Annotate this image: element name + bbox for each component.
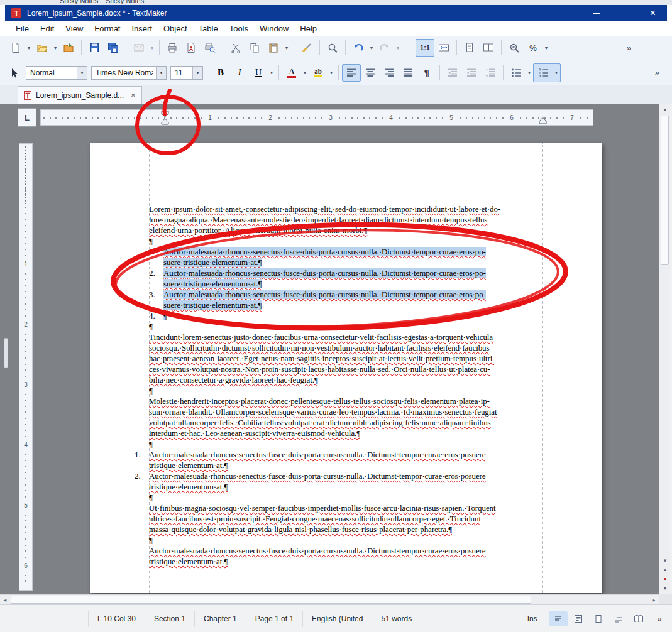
previous-page-button[interactable]: ▲ bbox=[659, 565, 671, 574]
align-left-button[interactable] bbox=[342, 64, 361, 82]
status-chapter[interactable]: Chapter 1 bbox=[194, 611, 246, 627]
horizontal-scroll-thumb[interactable] bbox=[11, 596, 531, 604]
font-color-dropdown[interactable]: ▾ bbox=[301, 64, 309, 82]
menu-view[interactable]: View bbox=[60, 23, 89, 35]
formatting-marks-button[interactable]: ¶ bbox=[417, 64, 436, 82]
indent-increase-button[interactable] bbox=[462, 64, 481, 82]
zoom-in-button[interactable] bbox=[505, 39, 524, 57]
print-preview-button[interactable] bbox=[201, 39, 219, 57]
document-tab[interactable]: Lorem_ipsum_Sample.d... × bbox=[18, 86, 142, 104]
maximize-button[interactable] bbox=[610, 5, 639, 21]
zoom-percent-button[interactable]: % bbox=[524, 39, 543, 57]
numbered-list-dropdown[interactable]: ▾ bbox=[553, 64, 560, 82]
status-page[interactable]: Page 1 of 1 bbox=[246, 611, 302, 627]
scroll-right-button[interactable]: ▸ bbox=[649, 595, 659, 605]
send-email-dropdown[interactable]: ▾ bbox=[148, 39, 156, 57]
open-button[interactable] bbox=[33, 39, 52, 57]
combo-dropdown-icon[interactable]: ▾ bbox=[77, 67, 87, 79]
export-pdf-button[interactable] bbox=[182, 39, 201, 57]
menu-insert[interactable]: Insert bbox=[126, 23, 158, 35]
two-pages-button[interactable] bbox=[479, 39, 498, 57]
view-book-button[interactable] bbox=[629, 611, 648, 626]
search-button[interactable] bbox=[323, 39, 342, 57]
sidebar-splitter[interactable] bbox=[4, 338, 8, 368]
status-overflow-button[interactable]: » bbox=[658, 614, 662, 623]
save-all-button[interactable] bbox=[104, 39, 123, 57]
paste-dropdown[interactable]: ▾ bbox=[283, 39, 290, 57]
new-document-dropdown[interactable]: ▾ bbox=[25, 39, 33, 57]
open-dropdown[interactable]: ▾ bbox=[52, 39, 59, 57]
vertical-scroll-thumb[interactable] bbox=[661, 116, 669, 265]
send-email-button[interactable] bbox=[129, 39, 148, 57]
status-section[interactable]: Section 1 bbox=[145, 611, 194, 627]
scroll-down-button[interactable]: ▾ bbox=[659, 555, 671, 565]
zoom-dropdown[interactable]: ▾ bbox=[543, 39, 550, 57]
browse-select-button[interactable]: ● bbox=[659, 574, 671, 584]
scroll-left-button[interactable]: ◂ bbox=[0, 595, 10, 605]
indent-decrease-button[interactable] bbox=[443, 64, 462, 82]
file-manager-button[interactable] bbox=[59, 39, 78, 57]
paragraph-style-combo[interactable]: Normal▾ bbox=[26, 66, 87, 80]
new-document-button[interactable] bbox=[6, 39, 25, 57]
highlight-dropdown[interactable]: ▾ bbox=[328, 64, 335, 82]
paste-button[interactable] bbox=[264, 39, 283, 57]
status-language[interactable]: English (United bbox=[302, 611, 372, 627]
align-center-button[interactable] bbox=[361, 64, 380, 82]
document-page[interactable]: Lorem·ipsum·dolor·sit·amet,·consectetur·… bbox=[90, 143, 602, 593]
combo-dropdown-icon[interactable]: ▾ bbox=[156, 67, 166, 79]
one-page-button[interactable] bbox=[460, 39, 479, 57]
indent-markers[interactable] bbox=[161, 111, 169, 125]
redo-dropdown[interactable]: ▾ bbox=[394, 39, 402, 57]
toolbar-overflow-button[interactable]: » bbox=[627, 43, 631, 53]
italic-button[interactable]: I bbox=[230, 64, 249, 82]
status-insert-mode[interactable]: Ins bbox=[517, 611, 548, 627]
view-master-button[interactable] bbox=[569, 611, 588, 626]
close-button[interactable]: × bbox=[639, 5, 667, 21]
bullets-button[interactable] bbox=[507, 64, 526, 82]
formatting-overflow-button[interactable]: » bbox=[655, 68, 659, 77]
status-word-count[interactable]: 51 words bbox=[372, 611, 421, 627]
tab-close-button[interactable]: × bbox=[131, 90, 136, 100]
tab-type-selector[interactable]: L bbox=[18, 108, 36, 127]
undo-dropdown[interactable]: ▾ bbox=[368, 39, 375, 57]
minimize-button[interactable] bbox=[582, 5, 610, 21]
horizontal-scrollbar[interactable]: ◂ ▸ bbox=[0, 594, 659, 604]
next-page-button[interactable]: ▼ bbox=[659, 584, 671, 593]
font-color-button[interactable]: A bbox=[282, 64, 301, 82]
menu-file[interactable]: File bbox=[10, 23, 35, 35]
menu-tools[interactable]: Tools bbox=[224, 23, 254, 35]
align-justify-button[interactable] bbox=[399, 64, 417, 82]
line-spacing-button[interactable] bbox=[481, 64, 500, 82]
object-mode-button[interactable] bbox=[5, 64, 24, 82]
bullets-dropdown[interactable]: ▾ bbox=[526, 64, 533, 82]
print-button[interactable] bbox=[163, 39, 182, 57]
fit-width-button[interactable] bbox=[434, 39, 453, 57]
vertical-scrollbar[interactable]: ▴ ▾ ▲ ● ▼ bbox=[659, 104, 670, 594]
bold-button[interactable]: B bbox=[211, 64, 230, 82]
zoom-100-button[interactable]: 1:1 bbox=[416, 39, 434, 57]
align-right-button[interactable] bbox=[380, 64, 399, 82]
font-name-combo[interactable]: Times New Romar▾ bbox=[91, 66, 167, 80]
status-cursor-position[interactable]: L 10 Col 30 bbox=[88, 611, 145, 627]
menu-window[interactable]: Window bbox=[254, 23, 294, 35]
scroll-up-button[interactable]: ▴ bbox=[659, 104, 671, 114]
undo-button[interactable] bbox=[349, 39, 368, 57]
menu-format[interactable]: Format bbox=[89, 23, 126, 35]
numbered-list-button[interactable] bbox=[534, 64, 553, 82]
view-normal-button[interactable] bbox=[549, 611, 568, 626]
menu-edit[interactable]: Edit bbox=[35, 23, 60, 35]
menu-help[interactable]: Help bbox=[294, 23, 322, 35]
view-page-button[interactable] bbox=[589, 611, 608, 626]
cut-button[interactable] bbox=[226, 39, 245, 57]
save-button[interactable] bbox=[85, 39, 104, 57]
copy-button[interactable] bbox=[245, 39, 264, 57]
underline-dropdown[interactable]: ▾ bbox=[268, 64, 275, 82]
menu-table[interactable]: Table bbox=[193, 23, 224, 35]
right-indent-marker[interactable] bbox=[539, 116, 547, 124]
redo-button[interactable] bbox=[375, 39, 394, 57]
font-size-combo[interactable]: 11▾ bbox=[170, 66, 203, 80]
menu-object[interactable]: Object bbox=[158, 23, 193, 35]
underline-button[interactable]: U bbox=[249, 64, 268, 82]
highlight-button[interactable]: ab bbox=[309, 64, 328, 82]
combo-dropdown-icon[interactable]: ▾ bbox=[192, 67, 202, 79]
